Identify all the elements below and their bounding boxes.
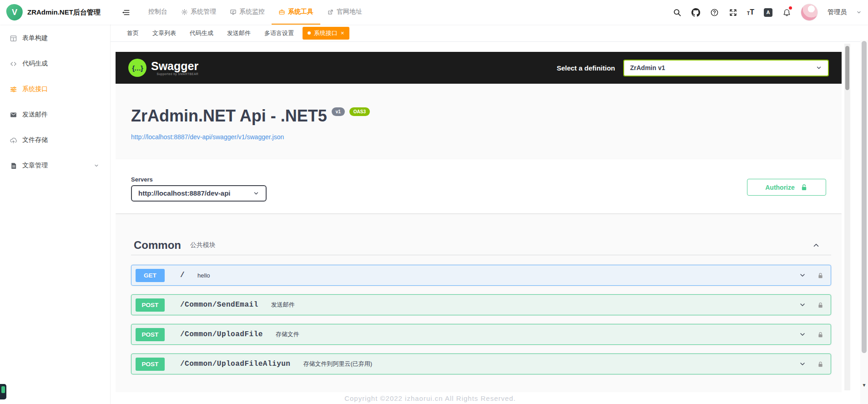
top-navigation: 控制台 系统管理 系统监控 — [141, 0, 369, 25]
tab-code-generation[interactable]: 代码生成 — [185, 27, 218, 40]
endpoint-path: /Common/UploadFile — [180, 330, 263, 338]
tab-send-email[interactable]: 发送邮件 — [222, 27, 256, 40]
app-logo: V — [5, 3, 24, 21]
sliders-icon — [10, 86, 17, 93]
endpoint-path: / — [180, 271, 185, 279]
chevron-down-icon[interactable] — [799, 301, 806, 308]
tab-multilanguage[interactable]: 多语言设置 — [259, 27, 299, 40]
content-scrollbar[interactable] — [844, 44, 850, 390]
document-icon — [10, 162, 17, 170]
swagger-panel: {…} Swagger Supported by SMARTBEAR Selec… — [116, 52, 842, 392]
sidebar-item-file-storage[interactable]: 文件存储 — [0, 127, 110, 153]
docked-widget[interactable] — [0, 384, 6, 399]
chevron-down-icon[interactable] — [799, 331, 806, 338]
nav-item-label: 系统工具 — [288, 8, 313, 16]
sidebar-item-send-email[interactable]: 发送邮件 — [0, 102, 110, 127]
endpoint-summary: 存储文件 — [276, 330, 299, 338]
server-select-value: http://localhost:8887/dev-api — [138, 189, 231, 197]
tab-label: 多语言设置 — [264, 30, 294, 36]
fullscreen-icon[interactable] — [728, 8, 737, 17]
endpoint-summary: 存储文件到阿里云(已弃用) — [303, 360, 372, 368]
server-select[interactable]: http://localhost:8887/dev-api — [131, 185, 267, 202]
scheme-container: Servers http://localhost:8887/dev-api Au… — [116, 159, 842, 213]
nav-item-official-site[interactable]: 官网地址 — [320, 0, 369, 25]
definition-select-value: ZrAdmin v1 — [630, 64, 665, 71]
sidebar: 表单构建 代码生成 系统接口 — [0, 25, 111, 404]
chevron-down-icon[interactable] — [799, 360, 806, 368]
app-title: ZRAdmin.NET后台管理 — [27, 8, 101, 17]
tab-system-api[interactable]: 系统接口 × — [303, 27, 349, 40]
nav-item-system-monitor[interactable]: 系统监控 — [223, 0, 272, 25]
unlock-icon[interactable] — [817, 361, 824, 368]
sidebar-item-form-builder[interactable]: 表单构建 — [0, 25, 110, 51]
endpoint-path: /Common/UploadFileAliyun — [180, 360, 290, 368]
endpoint-row-send-email[interactable]: POST /Common/SendEmail 发送邮件 — [131, 294, 831, 315]
scroll-down-arrow[interactable]: ▼ — [860, 381, 868, 389]
sidebar-item-label: 文件存储 — [22, 136, 48, 144]
content-scrollbar-thumb[interactable] — [845, 46, 849, 90]
top-header: V ZRAdmin.NET后台管理 控制台 系统管理 — [0, 0, 868, 25]
nav-item-label: 系统监控 — [239, 8, 265, 16]
tab-label: 首页 — [127, 30, 139, 36]
username[interactable]: 管理员 — [828, 8, 847, 16]
endpoint-path: /Common/SendEmail — [180, 301, 258, 309]
unlock-icon[interactable] — [817, 302, 824, 308]
page-scrollbar-thumb[interactable] — [862, 41, 867, 353]
sidebar-item-article-management[interactable]: 文章管理 — [0, 153, 110, 178]
form-icon — [10, 35, 17, 42]
endpoint-controls — [799, 301, 824, 308]
endpoint-controls — [799, 360, 824, 368]
unlock-icon[interactable] — [817, 272, 824, 279]
app-window: V ZRAdmin.NET后台管理 控制台 系统管理 — [0, 0, 868, 404]
tag-header[interactable]: Common 公共模块 — [131, 235, 831, 255]
nav-item-system-tools[interactable]: 系统工具 — [272, 0, 320, 25]
chevron-down-icon — [253, 190, 259, 197]
translate-icon[interactable]: A — [764, 8, 772, 17]
font-size-icon[interactable]: TT — [747, 9, 754, 16]
copyright-footer: Copyright ©2022 izhaorui.cn All Rights R… — [0, 394, 860, 402]
sidebar-item-system-api[interactable]: 系统接口 — [0, 76, 110, 102]
endpoint-row-upload-file-aliyun[interactable]: POST /Common/UploadFileAliyun 存储文件到阿里云(已… — [131, 354, 831, 374]
close-icon[interactable]: × — [341, 30, 344, 36]
github-icon[interactable] — [691, 8, 700, 17]
api-info-section: ZrAdmin.NET Api - .NET5 v1 OAS3 http://l… — [116, 84, 842, 159]
nav-item-system-management[interactable]: 系统管理 — [174, 0, 223, 25]
swagger-brand-text: Swagger — [151, 60, 198, 72]
page-scrollbar[interactable]: ▼ — [860, 40, 868, 404]
endpoint-row-upload-file[interactable]: POST /Common/UploadFile 存储文件 — [131, 324, 831, 345]
authorize-button[interactable]: Authorize — [747, 179, 826, 196]
chevron-up-icon[interactable] — [812, 241, 820, 249]
avatar[interactable] — [801, 4, 818, 21]
docked-widget-icon — [1, 386, 5, 393]
bell-icon[interactable] — [782, 8, 791, 17]
tab-article-list[interactable]: 文章列表 — [147, 27, 181, 40]
unlock-icon — [800, 183, 808, 191]
nav-item-console[interactable]: 控制台 — [141, 0, 174, 25]
nav-item-label: 控制台 — [148, 8, 167, 16]
tabs-bar: 首页 文章列表 代码生成 发送邮件 多语言设置 系统接口 × — [111, 25, 868, 42]
spec-url-link[interactable]: http://localhost:8887/dev-api/swagger/v1… — [131, 133, 284, 141]
version-badge: v1 — [332, 107, 345, 116]
chevron-down-icon — [816, 65, 822, 71]
app-logo-area[interactable]: V ZRAdmin.NET后台管理 — [0, 0, 111, 25]
search-icon[interactable] — [672, 8, 681, 17]
translate-glyph: A — [767, 10, 770, 15]
tab-home[interactable]: 首页 — [122, 27, 144, 40]
chevron-down-icon[interactable] — [799, 272, 806, 279]
sidebar-item-code-generation[interactable]: 代码生成 — [0, 51, 110, 76]
tab-label: 系统接口 — [314, 29, 338, 37]
unlock-icon[interactable] — [817, 331, 824, 338]
collapse-sidebar-icon[interactable] — [118, 0, 133, 25]
endpoint-row-get-hello[interactable]: GET / hello — [131, 265, 831, 286]
definition-select[interactable]: ZrAdmin v1 — [623, 60, 829, 76]
swagger-logo-icon: {…} — [128, 59, 146, 77]
sidebar-item-label: 系统接口 — [22, 85, 48, 93]
endpoint-controls — [799, 272, 824, 279]
help-icon[interactable] — [710, 8, 719, 17]
api-title-text: ZrAdmin.NET Api - .NET5 — [131, 106, 327, 126]
nav-item-label: 官网地址 — [337, 8, 362, 16]
tab-label: 文章列表 — [152, 30, 176, 36]
definition-selector-area: Select a definition ZrAdmin v1 — [557, 60, 829, 76]
chevron-down-icon[interactable] — [856, 10, 862, 15]
swagger-topbar: {…} Swagger Supported by SMARTBEAR Selec… — [116, 52, 842, 84]
